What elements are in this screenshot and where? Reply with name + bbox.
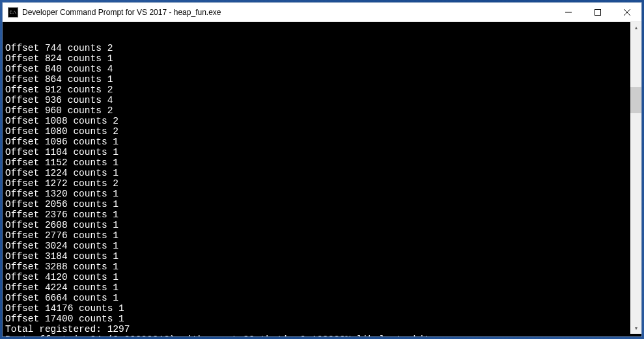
- window-title: Developer Command Prompt for VS 2017 - h…: [22, 8, 553, 17]
- console-line: Offset 2056 counts 1: [5, 199, 639, 210]
- scrollbar-vertical[interactable]: ▴ ▾: [630, 22, 641, 334]
- console-line: Offset 17400 counts 1: [5, 314, 639, 324]
- console-line: Offset 6664 counts 1: [5, 293, 639, 303]
- console-line: Offset 1272 counts 2: [5, 178, 639, 189]
- console-line: Offset 1096 counts 1: [5, 137, 639, 147]
- close-button[interactable]: [612, 3, 641, 21]
- titlebar[interactable]: Developer Command Prompt for VS 2017 - h…: [3, 3, 641, 22]
- titlebar-controls: [553, 3, 641, 21]
- console-line: Offset 912 counts 2: [5, 85, 639, 95]
- console-content: Offset 744 counts 2Offset 824 counts 1Of…: [5, 43, 639, 336]
- console-line: Offset 824 counts 1: [5, 53, 639, 64]
- console-line: Offset 864 counts 1: [5, 74, 639, 85]
- console-window: Developer Command Prompt for VS 2017 - h…: [2, 2, 642, 337]
- console-line: Offset 936 counts 4: [5, 95, 639, 105]
- scrollbar-thumb[interactable]: [630, 87, 641, 113]
- scroll-down-button[interactable]: ▾: [630, 323, 641, 334]
- scroll-up-button[interactable]: ▴: [630, 22, 641, 33]
- console-line: Offset 1224 counts 1: [5, 168, 639, 178]
- console-line: Offset 960 counts 2: [5, 105, 639, 116]
- console-line: Offset 840 counts 4: [5, 64, 639, 74]
- app-icon: [8, 7, 18, 18]
- console-line: Offset 3288 counts 1: [5, 262, 639, 272]
- minimize-button[interactable]: [553, 3, 583, 21]
- console-output-area[interactable]: Offset 744 counts 2Offset 824 counts 1Of…: [3, 22, 641, 336]
- console-line: Offset 3184 counts 1: [5, 251, 639, 262]
- console-line: Offset 744 counts 2: [5, 43, 639, 53]
- console-line: Total registered: 1297: [5, 324, 639, 334]
- console-line: Offset 2776 counts 1: [5, 230, 639, 241]
- console-line: Offset 2608 counts 1: [5, 220, 639, 230]
- console-line: Offset 1080 counts 2: [5, 126, 639, 137]
- maximize-button[interactable]: [583, 3, 612, 21]
- console-line: Offset 4120 counts 1: [5, 272, 639, 282]
- svg-rect-1: [595, 9, 600, 15]
- console-line: Best offset is 24 (0x00000018) with coun…: [5, 334, 639, 336]
- console-line: Offset 1320 counts 1: [5, 189, 639, 199]
- console-line: Offset 2376 counts 1: [5, 210, 639, 220]
- console-line: Offset 3024 counts 1: [5, 241, 639, 251]
- console-line: Offset 4224 counts 1: [5, 282, 639, 293]
- console-line: Offset 1152 counts 1: [5, 157, 639, 168]
- console-line: Offset 14176 counts 1: [5, 303, 639, 314]
- console-line: Offset 1008 counts 2: [5, 116, 639, 126]
- console-line: Offset 1104 counts 1: [5, 147, 639, 157]
